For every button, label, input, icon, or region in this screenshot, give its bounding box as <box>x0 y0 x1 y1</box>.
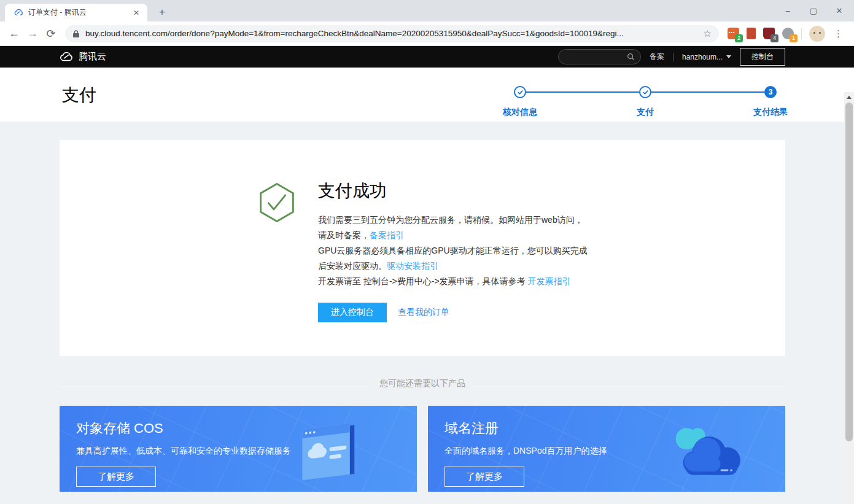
result-text: 后安装对应驱动。 <box>318 261 387 271</box>
step-label-pay: 支付 <box>637 107 654 118</box>
result-text-line: 请及时备案，备案指引 <box>318 228 588 243</box>
result-text-line: GPU云服务器必须具备相应的GPU驱动才能正常运行，您可以购买完成 <box>318 243 588 258</box>
page-content: 腾讯云 备案 hanzhoum... 控制台 支付 <box>0 46 854 504</box>
extension-badge: 1 <box>790 34 798 42</box>
tab-close-icon[interactable]: ✕ <box>130 7 142 18</box>
recommend-divider: 您可能还需要以下产品 <box>60 378 785 389</box>
browser-tab[interactable]: 订单支付 - 腾讯云 ✕ <box>5 4 147 21</box>
beian-guide-link[interactable]: 备案指引 <box>370 230 404 240</box>
result-text: 请及时备案， <box>318 230 370 240</box>
console-button[interactable]: 控制台 <box>740 48 785 66</box>
window-close-button[interactable]: ✕ <box>834 6 844 15</box>
tencent-cloud-logo[interactable]: 腾讯云 <box>60 51 106 63</box>
page-header: 支付 3 核对信息 支付 支付结果 <box>0 68 854 122</box>
brand-name: 腾讯云 <box>79 51 106 63</box>
storage-illustration <box>285 415 383 489</box>
nav-separator <box>673 53 673 61</box>
step-label-verify: 核对信息 <box>503 107 537 118</box>
tencent-cloud-topnav: 腾讯云 备案 hanzhoum... 控制台 <box>0 46 854 68</box>
back-button[interactable]: ← <box>5 27 23 40</box>
recommend-divider-text: 您可能还需要以下产品 <box>371 378 474 389</box>
extension-icon-3[interactable]: 4 <box>763 28 775 39</box>
step-connector <box>526 91 639 93</box>
scrollbar-thumb[interactable] <box>845 103 853 441</box>
https-lock-icon <box>72 29 80 38</box>
success-heading: 支付成功 <box>318 179 588 203</box>
tencent-cloud-favicon <box>14 8 23 18</box>
window-minimize-button[interactable]: – <box>783 6 793 15</box>
result-text: 我们需要三到五分钟为您分配云服务，请稍候。如网站用于web访问， <box>318 215 583 225</box>
browser-toolbar: ← → ⟳ buy.cloud.tencent.com/order/done?p… <box>0 21 854 46</box>
payment-result-card: 支付成功 我们需要三到五分钟为您分配云服务，请稍候。如网站用于web访问， 请及… <box>60 140 785 356</box>
browser-profile-avatar[interactable] <box>809 26 825 42</box>
forward-button[interactable]: → <box>23 27 42 40</box>
search-icon <box>627 53 635 61</box>
driver-install-guide-link[interactable]: 驱动安装指引 <box>387 261 438 271</box>
invoice-guide-link[interactable]: 开发票指引 <box>527 276 570 286</box>
address-bar[interactable]: buy.cloud.tencent.com/order/done?payMode… <box>65 25 719 42</box>
nav-link-beian[interactable]: 备案 <box>650 52 664 62</box>
step-3-number: 3 <box>764 86 777 98</box>
result-text: GPU云服务器必须具备相应的GPU驱动才能正常运行，您可以购买完成 <box>318 246 588 255</box>
account-menu[interactable]: hanzhoum... <box>682 53 731 61</box>
payment-stepper: 3 核对信息 支付 支付结果 <box>514 86 777 120</box>
page-scrollbar[interactable] <box>844 92 854 504</box>
new-tab-button[interactable]: + <box>155 6 169 20</box>
window-maximize-button[interactable]: ▢ <box>809 6 818 15</box>
promo-card-domain[interactable]: 域名注册 全面的域名服务，DNSPod百万用户的选择 了解更多 <box>428 406 785 492</box>
bookmark-star-icon[interactable]: ☆ <box>704 28 712 39</box>
domain-illustration <box>653 415 751 489</box>
nav-search-input[interactable] <box>558 49 641 64</box>
extension-badge: 4 <box>771 34 778 42</box>
step-1-check-icon <box>514 86 526 98</box>
extension-icon-2[interactable] <box>747 28 756 39</box>
chevron-down-icon <box>726 55 731 58</box>
view-orders-link[interactable]: 查看我的订单 <box>398 307 449 318</box>
result-text-line: 后安装对应驱动。驱动安装指引 <box>318 258 588 274</box>
step-2-check-icon <box>639 86 651 98</box>
step-connector <box>651 91 764 93</box>
result-text: 开发票请至 控制台->费用中心->发票申请，具体请参考 <box>318 276 527 286</box>
enter-console-button[interactable]: 进入控制台 <box>318 303 387 322</box>
promo-card-cos[interactable]: 对象存储 COS 兼具高扩展性、低成本、可靠和安全的专业数据存储服务 了解更多 <box>60 406 417 492</box>
reload-button[interactable]: ⟳ <box>42 27 60 41</box>
account-name: hanzhoum... <box>682 53 723 61</box>
extension-icon-1[interactable]: 2 <box>728 28 739 39</box>
result-text-line: 开发票请至 控制台->费用中心->发票申请，具体请参考 开发票指引 <box>318 274 588 289</box>
tab-title: 订单支付 - 腾讯云 <box>28 7 130 18</box>
toolbar-divider <box>801 28 802 39</box>
url-text: buy.cloud.tencent.com/order/done?payMode… <box>85 29 699 38</box>
success-check-icon <box>256 182 298 223</box>
extension-icon-4[interactable]: 1 <box>782 28 794 39</box>
cloud-logo-icon <box>60 52 74 62</box>
scrollbar-up-arrow[interactable] <box>844 92 854 102</box>
extension-badge: 2 <box>735 34 743 42</box>
result-text-line: 我们需要三到五分钟为您分配云服务，请稍候。如网站用于web访问， <box>318 212 588 228</box>
step-label-result: 支付结果 <box>753 107 788 118</box>
browser-tab-strip: 订单支付 - 腾讯云 ✕ + – ▢ ✕ <box>0 0 854 21</box>
page-title: 支付 <box>62 83 96 107</box>
learn-more-button-domain[interactable]: 了解更多 <box>444 467 524 487</box>
browser-menu-icon[interactable]: ⋮ <box>833 28 848 39</box>
learn-more-button-cos[interactable]: 了解更多 <box>76 467 156 487</box>
